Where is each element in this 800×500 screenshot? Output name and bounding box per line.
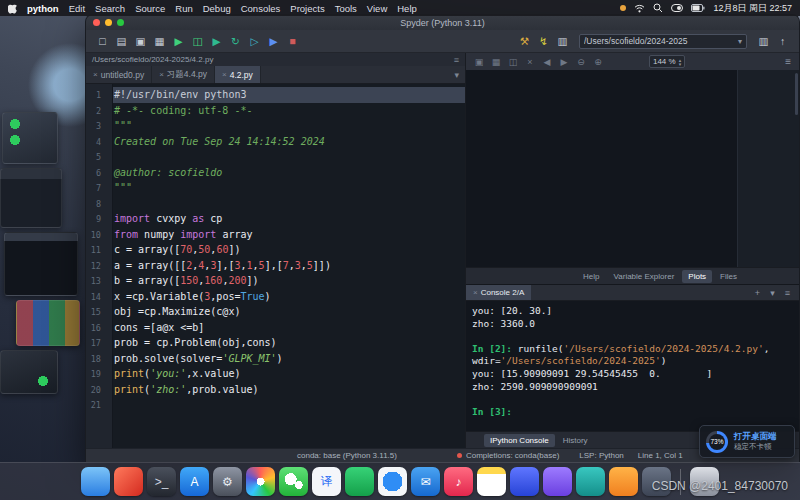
qq-icon[interactable] [510, 467, 539, 496]
console-output[interactable]: you: [20. 30.]zho: 3360.0 In [2]: runfil… [466, 301, 799, 431]
console-dropdown-icon[interactable]: ▾ [766, 288, 779, 298]
promo-open-desktop-link[interactable]: 打开桌面端 [734, 431, 777, 442]
zoom-in-icon[interactable]: ⊕ [591, 57, 605, 67]
music-icon[interactable]: ♪ [444, 467, 473, 496]
zoom-out-icon[interactable]: ⊖ [574, 57, 588, 67]
menu-item-tools[interactable]: Tools [335, 3, 357, 14]
close-tab-icon[interactable]: × [93, 70, 98, 79]
photos-icon[interactable] [246, 467, 275, 496]
stop-icon[interactable]: ■ [284, 32, 301, 50]
console-bottom-tab-ipython-console[interactable]: IPython Console [484, 434, 555, 447]
console-bottom-tab-history[interactable]: History [557, 434, 594, 447]
rerun-cell-icon[interactable]: ↻ [227, 32, 244, 50]
zoom-level-control[interactable]: 144 % ▴▾ [649, 55, 685, 68]
app-teal-icon[interactable] [576, 467, 605, 496]
browse-folder-icon[interactable]: ▥ [755, 32, 772, 50]
wechat-icon[interactable] [279, 467, 308, 496]
close-console-icon[interactable]: × [473, 288, 478, 297]
run-selection-icon[interactable]: ▷ [246, 32, 263, 50]
line-number: 10 [86, 228, 107, 244]
pane-tab-files[interactable]: Files [714, 270, 743, 283]
desktop-window-thumbnail[interactable] [2, 112, 58, 164]
menu-item-run[interactable]: Run [175, 3, 192, 14]
desktop-client-promo[interactable]: 73% 打开桌面端 稳定不卡顿 [699, 425, 795, 458]
plot-thumbnails-strip[interactable] [737, 70, 799, 267]
close-tab-icon[interactable]: × [222, 70, 227, 79]
system-settings-icon[interactable]: ⚙ [213, 467, 242, 496]
previous-plot-icon[interactable]: ◀ [540, 57, 554, 67]
lightning-icon[interactable]: ↯ [535, 32, 552, 50]
app-purple-icon[interactable] [543, 467, 572, 496]
terminal-icon[interactable]: >_ [147, 467, 176, 496]
remove-plot-icon[interactable]: × [523, 57, 537, 67]
open-file-icon[interactable]: ▤ [113, 32, 130, 50]
translate-icon[interactable]: 译 [312, 467, 341, 496]
desktop-window-thumbnail[interactable] [0, 350, 58, 394]
run-cell-icon[interactable]: ◫ [189, 32, 206, 50]
working-directory-selector[interactable]: /Users/scofieldo/2024-2025 ▾ [579, 34, 747, 49]
pane-tab-plots[interactable]: Plots [682, 270, 712, 283]
debug-icon[interactable]: ▶ [265, 32, 282, 50]
code-editor[interactable]: 1#!/usr/bin/env python32# -*- coding: ut… [86, 84, 465, 448]
breadcrumb-menu-icon[interactable]: ≡ [454, 55, 459, 65]
menu-item-source[interactable]: Source [135, 3, 165, 14]
save-all-icon[interactable]: ▦ [151, 32, 168, 50]
run-cell-advance-icon[interactable]: ▶ [208, 32, 225, 50]
new-console-icon[interactable]: + [751, 288, 764, 298]
pane-tab-help[interactable]: Help [577, 270, 605, 283]
battery-icon[interactable] [691, 4, 705, 12]
minimize-window-button[interactable] [105, 19, 112, 26]
menu-item-help[interactable]: Help [397, 3, 417, 14]
wechat-work-icon[interactable] [345, 467, 374, 496]
save-plot-icon[interactable]: ▣ [472, 57, 486, 67]
desktop-window-thumbnail[interactable] [0, 168, 62, 228]
menu-item-projects[interactable]: Projects [290, 3, 324, 14]
menu-item-edit[interactable]: Edit [69, 3, 85, 14]
menu-item-debug[interactable]: Debug [203, 3, 231, 14]
menu-clock[interactable]: 12月8日 周日 22:57 [713, 2, 792, 15]
menu-item-python[interactable]: python [27, 3, 59, 14]
app-orange-icon[interactable] [609, 467, 638, 496]
save-icon[interactable]: ▣ [132, 32, 149, 50]
menu-item-search[interactable]: Search [95, 3, 125, 14]
new-file-icon[interactable]: □ [94, 32, 111, 50]
search-icon[interactable] [653, 3, 663, 13]
mail-icon[interactable]: ✉ [411, 467, 440, 496]
editor-tab[interactable]: ×untitled0.py [86, 66, 152, 83]
copy-plot-icon[interactable]: ◫ [506, 57, 520, 67]
status-lsp[interactable]: LSP: Python [579, 451, 623, 460]
pane-menu-icon[interactable]: ≡ [781, 288, 794, 298]
run-icon[interactable]: ▶ [170, 32, 187, 50]
save-all-plots-icon[interactable]: ▦ [489, 57, 503, 67]
status-completions[interactable]: Completions: conda(base) [466, 451, 559, 460]
notes-icon[interactable] [477, 467, 506, 496]
launchpad-icon[interactable] [114, 467, 143, 496]
safari-icon[interactable] [378, 467, 407, 496]
folder-icon[interactable]: ▥ [554, 32, 571, 50]
wifi-icon[interactable] [634, 4, 645, 13]
next-plot-icon[interactable]: ▶ [557, 57, 571, 67]
finder-icon[interactable] [81, 467, 110, 496]
pane-options-icon[interactable]: ≡ [783, 56, 793, 67]
status-conda[interactable]: conda: base (Python 3.11.5) [297, 451, 397, 460]
wrench-icon[interactable]: ⚒ [516, 32, 533, 50]
console-tab[interactable]: × Console 2/A [466, 285, 531, 300]
close-tab-icon[interactable]: × [159, 70, 164, 79]
menu-item-consoles[interactable]: Consoles [241, 3, 281, 14]
screen-recording-indicator-icon[interactable] [620, 5, 626, 11]
close-window-button[interactable] [93, 19, 100, 26]
editor-tab[interactable]: ×4.2.py [215, 66, 261, 83]
apple-menu-icon[interactable] [8, 2, 18, 14]
editor-tab[interactable]: ×习题4.4.py [152, 66, 215, 83]
menu-item-view[interactable]: View [367, 3, 387, 14]
tabs-menu-icon[interactable]: ▾ [448, 70, 465, 80]
zoom-spinner-icon[interactable]: ▴▾ [679, 58, 682, 66]
app-store-icon[interactable]: A [180, 467, 209, 496]
control-center-icon[interactable] [671, 4, 683, 12]
desktop-window-thumbnail[interactable] [4, 232, 78, 296]
zoom-window-button[interactable] [117, 19, 124, 26]
desktop-window-thumbnail[interactable] [16, 300, 80, 346]
parent-directory-icon[interactable]: ↑ [774, 32, 791, 50]
window-title-bar[interactable]: Spyder (Python 3.11) [86, 15, 799, 30]
pane-tab-variable-explorer[interactable]: Variable Explorer [608, 270, 681, 283]
